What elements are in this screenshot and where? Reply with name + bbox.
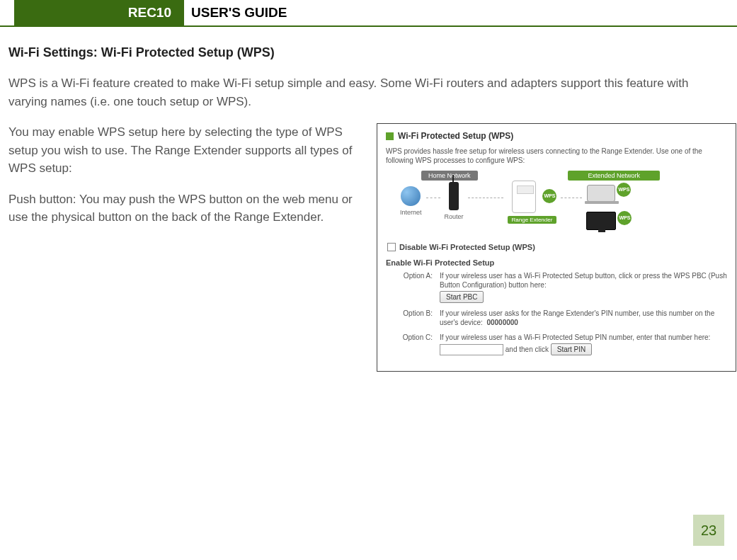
network-diagram: Home Network Extended Network Internet R… (386, 172, 727, 239)
option-b-text: If your wireless user asks for the Range… (440, 309, 714, 326)
intro-paragraph-1: WPS is a Wi-Fi feature created to make W… (8, 74, 730, 110)
start-pin-button[interactable]: Start PIN (551, 343, 593, 355)
wps-settings-screenshot: Wi-Fi Protected Setup (WPS) WPS provides… (377, 123, 736, 372)
disable-wps-row: Disable Wi-Fi Protected Setup (WPS) (387, 243, 727, 251)
extender-label: Range Extender (508, 216, 557, 224)
option-c-label: Option C: (386, 333, 440, 355)
router-icon (449, 182, 459, 210)
start-pbc-button[interactable]: Start PBC (440, 291, 484, 303)
product-badge: REC10 (14, 0, 184, 25)
section-marker-icon (386, 132, 394, 140)
option-a-text: If your wireless user has a Wi-Fi Protec… (440, 272, 727, 289)
tv-icon (586, 212, 616, 230)
extender-icon (512, 181, 536, 213)
disable-wps-checkbox[interactable] (387, 243, 396, 251)
internet-label: Internet (400, 209, 422, 216)
router-device: Router (445, 176, 464, 220)
wps-badge-icon: WPS (542, 189, 556, 203)
link-line (426, 198, 440, 198)
link-line (561, 198, 582, 198)
and-then-text: and then click (505, 345, 549, 353)
router-label: Router (445, 213, 464, 220)
extender-device: WPS Range Extender (508, 176, 557, 224)
page-number: 23 (693, 515, 724, 546)
section-heading: Wi-Fi Settings: Wi-Fi Protected Setup (W… (8, 45, 730, 60)
panel-title: Wi-Fi Protected Setup (WPS) (398, 131, 513, 141)
home-network-label: Home Network (421, 171, 478, 181)
globe-icon (401, 186, 421, 206)
option-a-label: Option A: (386, 271, 440, 303)
option-b-label: Option B: (386, 309, 440, 327)
enable-wps-heading: Enable Wi-Fi Protected Setup (386, 258, 727, 267)
product-name: REC10 (128, 5, 171, 21)
option-a-row: Option A: If your wireless user has a Wi… (386, 271, 727, 303)
pin-input[interactable] (440, 344, 503, 355)
header-bar: REC10 USER'S GUIDE (0, 0, 737, 27)
option-c-text: If your wireless user has a Wi-Fi Protec… (440, 333, 710, 341)
client-devices: WPS WPS (586, 176, 632, 232)
panel-subtitle: WPS provides hassle free setup for wirel… (386, 147, 727, 165)
option-b-row: Option B: If your wireless user asks for… (386, 309, 727, 327)
option-c-row: Option C: If your wireless user has a Wi… (386, 333, 727, 355)
disable-wps-label: Disable Wi-Fi Protected Setup (WPS) (399, 243, 535, 251)
laptop-icon (587, 185, 615, 202)
doc-title: USER'S GUIDE (184, 0, 287, 25)
wps-badge-icon: WPS (617, 183, 631, 197)
link-line (468, 198, 503, 198)
pin-number: 00000000 (486, 319, 518, 326)
intro-paragraph-2: You may enable WPS setup here by selecti… (8, 123, 362, 178)
internet-device: Internet (400, 176, 422, 216)
page-content: Wi-Fi Settings: Wi-Fi Protected Setup (W… (0, 27, 737, 372)
extended-network-label: Extended Network (568, 171, 660, 181)
intro-paragraph-3: Push button: You may push the WPS button… (8, 190, 362, 227)
wps-badge-icon: WPS (617, 211, 632, 225)
